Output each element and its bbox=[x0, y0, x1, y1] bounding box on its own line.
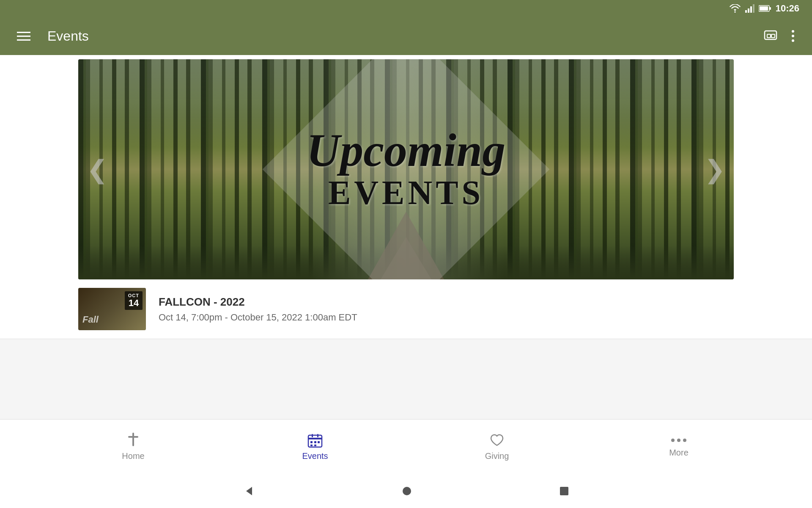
svg-rect-3 bbox=[750, 6, 752, 13]
chat-button[interactable] bbox=[763, 28, 778, 44]
banner-text: Upcoming Events bbox=[307, 127, 506, 212]
svg-rect-22 bbox=[318, 441, 320, 443]
svg-rect-24 bbox=[314, 444, 316, 446]
svg-rect-23 bbox=[310, 444, 313, 446]
svg-rect-9 bbox=[767, 34, 771, 38]
svg-point-13 bbox=[792, 39, 794, 42]
more-options-button[interactable] bbox=[791, 29, 795, 43]
giving-heart-icon bbox=[489, 433, 505, 448]
home-cross-icon bbox=[126, 433, 140, 448]
svg-rect-2 bbox=[748, 8, 749, 13]
nav-more-label: More bbox=[669, 448, 689, 458]
svg-rect-7 bbox=[760, 6, 768, 11]
status-time: 10:26 bbox=[776, 3, 799, 14]
svg-rect-6 bbox=[769, 7, 771, 10]
event-item[interactable]: Fall OCT 14 FALLCON - 2022 Oct 14, 7:00p… bbox=[0, 279, 812, 339]
svg-rect-30 bbox=[560, 487, 568, 495]
svg-point-26 bbox=[677, 439, 680, 442]
svg-rect-14 bbox=[132, 433, 134, 446]
svg-point-12 bbox=[792, 35, 794, 37]
bottom-nav: Home Events Giving bbox=[0, 419, 812, 474]
banner-events: Events bbox=[307, 174, 506, 212]
svg-rect-10 bbox=[771, 34, 775, 38]
page-title: Events bbox=[47, 28, 750, 44]
main-content: Upcoming Events ❮ ❯ Fall OCT 14 bbox=[0, 55, 812, 419]
event-thumb-label: Fall bbox=[82, 314, 99, 325]
status-bar: 10:26 bbox=[0, 0, 812, 17]
more-dots-icon bbox=[670, 436, 687, 444]
nav-giving-label: Giving bbox=[485, 451, 509, 461]
app-bar-actions bbox=[763, 28, 795, 44]
nav-more[interactable]: More bbox=[647, 436, 710, 458]
svg-rect-19 bbox=[317, 434, 318, 437]
svg-marker-28 bbox=[246, 487, 252, 495]
system-nav bbox=[0, 474, 812, 508]
event-time: Oct 14, 7:00pm - October 15, 2022 1:00am… bbox=[159, 312, 734, 323]
svg-rect-21 bbox=[314, 441, 316, 443]
recents-button[interactable] bbox=[559, 486, 569, 496]
svg-rect-1 bbox=[745, 10, 747, 13]
svg-point-27 bbox=[683, 439, 686, 442]
status-icons: 10:26 bbox=[729, 3, 799, 14]
nav-giving[interactable]: Giving bbox=[465, 433, 529, 461]
svg-rect-18 bbox=[312, 434, 313, 437]
svg-rect-4 bbox=[753, 4, 754, 13]
event-thumbnail: Fall OCT 14 bbox=[78, 288, 146, 330]
banner-next-button[interactable]: ❯ bbox=[704, 155, 725, 184]
svg-rect-17 bbox=[308, 438, 322, 439]
svg-rect-20 bbox=[310, 441, 313, 443]
signal-icon bbox=[745, 4, 754, 13]
back-button[interactable] bbox=[243, 485, 255, 497]
nav-events[interactable]: Events bbox=[283, 433, 347, 461]
menu-button[interactable] bbox=[17, 32, 30, 41]
events-calendar-icon bbox=[307, 433, 323, 448]
nav-home[interactable]: Home bbox=[102, 433, 165, 461]
event-name: FALLCON - 2022 bbox=[159, 295, 734, 309]
app-bar: Events bbox=[0, 17, 812, 55]
banner-upcoming: Upcoming bbox=[307, 127, 506, 174]
home-button[interactable] bbox=[402, 486, 412, 496]
banner-prev-button[interactable]: ❮ bbox=[87, 155, 108, 184]
nav-events-label: Events bbox=[302, 451, 328, 461]
svg-rect-15 bbox=[128, 436, 138, 438]
events-banner: Upcoming Events ❮ ❯ bbox=[78, 59, 734, 279]
event-day: 14 bbox=[128, 298, 139, 308]
event-date-badge: OCT 14 bbox=[125, 291, 143, 310]
wifi-icon bbox=[729, 4, 741, 13]
event-info: FALLCON - 2022 Oct 14, 7:00pm - October … bbox=[159, 295, 734, 323]
svg-point-29 bbox=[403, 487, 411, 495]
svg-point-0 bbox=[734, 11, 735, 13]
svg-point-25 bbox=[671, 439, 675, 442]
nav-home-label: Home bbox=[122, 451, 144, 461]
battery-icon bbox=[759, 5, 771, 12]
events-list: Fall OCT 14 FALLCON - 2022 Oct 14, 7:00p… bbox=[0, 279, 812, 339]
svg-point-11 bbox=[792, 30, 794, 33]
